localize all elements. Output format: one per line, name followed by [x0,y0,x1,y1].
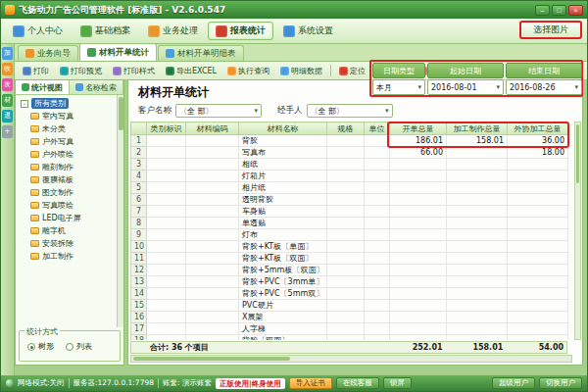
sidebar-tab-name-search[interactable]: 名称检索 [70,80,123,94]
quick-receive-button[interactable]: 收 [2,63,13,75]
tree-item[interactable]: 覆膜裱板 [19,173,115,186]
handler-select[interactable]: 〈全 部〉 [307,104,393,118]
horizontal-scrollbar-thumb[interactable] [133,357,290,361]
grid-row[interactable]: 8单透贴 [131,218,568,229]
grid-row[interactable]: 6透明背胶 [131,194,568,206]
column-header[interactable]: 类别标识 [147,122,186,135]
tab-material-detail[interactable]: 材料开单明细表 [158,45,244,61]
menu-item-archives[interactable]: 基础档案 [73,22,138,40]
lock-screen-button[interactable]: 锁屏 [383,377,412,389]
horizontal-scrollbar[interactable] [130,355,572,363]
import-cert-button[interactable]: 导入证书 [289,377,332,389]
toolbar-label: 打印 [33,66,49,76]
grid-row[interactable]: 15PVC硬片 [131,300,568,312]
vertical-scrollbar[interactable] [574,122,581,340]
tree-item[interactable]: 未分类 [19,122,115,135]
grid-row[interactable]: 4灯箱片 [131,171,568,182]
tab-wizard[interactable]: 业务向导 [18,45,78,61]
customer-select[interactable]: 〈全 部〉 [175,104,262,118]
menu-item-personal[interactable]: 个人中心 [5,22,71,40]
grid-row[interactable]: 17人字梯 [131,323,568,335]
toolbar-label: 定位 [350,66,366,76]
tab-material-stat[interactable]: 材料开单统计 [79,43,157,61]
column-header[interactable]: 单位 [365,122,390,135]
sidebar-tab-stat-view[interactable]: 统计视图 [16,80,70,94]
run-query-button[interactable]: 执行查询 [222,64,274,78]
status-divider [69,378,70,388]
grid-row[interactable]: 18背胶〔双面〕 [131,335,568,341]
export-excel-button[interactable]: 导出EXCEL [161,64,221,78]
online-support-button[interactable]: 在线客服 [336,377,379,389]
grid-row[interactable]: 13背胶+PVC〔3mm单〕 [131,276,568,288]
grid-row[interactable]: 9灯布 [131,229,568,241]
end-date-input[interactable]: 2016-08-26 [506,79,582,95]
grid-row[interactable]: 3相纸 [131,159,568,171]
tree-item[interactable]: 室内写真 [19,110,115,122]
print-style-button[interactable]: 打印样式 [108,64,160,78]
date-type-select[interactable]: 本月 [372,79,425,95]
tree-scrollbar[interactable] [117,95,123,327]
row-number: 16 [131,312,147,323]
tree-item[interactable]: 户外喷绘 [19,148,115,161]
grid-row[interactable]: 5相片纸 [131,182,568,194]
quick-plus-button[interactable]: + [2,125,13,138]
menu-item-reports[interactable]: 报表统计 [208,22,273,40]
collapse-icon[interactable]: - [21,100,28,108]
grid-row[interactable]: 10背胶+KT板〔单面〕 [131,241,568,253]
grid-cell [147,171,186,182]
detail-data-button[interactable]: 明细数据 [275,64,327,78]
select-image-button[interactable]: 选择图片 [519,21,582,39]
grid-cell [390,159,447,171]
column-header[interactable]: 材料编码 [186,122,239,135]
tree-root-label: 所有类别 [31,98,69,109]
grid-row[interactable]: 2写真布66.0018.00 [131,147,568,159]
start-date-input[interactable]: 2016-08-01 [427,79,504,95]
grid-cell [508,159,568,171]
tree-item[interactable]: LED电子屏 [19,212,115,224]
quick-add-button[interactable]: 加 [2,47,13,60]
tree-root[interactable]: -所有类别 [19,97,115,110]
grid-cell [390,171,447,182]
quick-material-button[interactable]: 材 [2,94,13,107]
menu-item-business[interactable]: 业务处理 [140,22,206,40]
print-button[interactable]: 打印 [18,64,54,78]
menu-item-label: 报表统计 [230,24,266,37]
sidebar-tab-label: 名称检索 [85,82,117,93]
column-header[interactable]: 外协加工总量 [508,122,568,135]
grid-row[interactable]: 7车身贴 [131,206,568,218]
tree-item[interactable]: 安装拆除 [19,237,115,250]
menu-item-settings[interactable]: 系统设置 [275,22,341,40]
close-button[interactable]: × [568,5,583,16]
locate-button[interactable]: 定位 [334,64,370,78]
column-header[interactable]: 材料名称 [239,122,327,135]
tree-item[interactable]: 写真喷绘 [19,199,115,212]
grid-row[interactable]: 11背胶+KT板〔双面〕 [131,253,568,265]
column-header[interactable]: 加工制作总量 [447,122,508,135]
vertical-scrollbar-thumb[interactable] [576,124,579,183]
super-user-button[interactable]: 超级用户 [492,377,535,389]
tree-item[interactable]: 雕字机 [19,224,115,237]
switch-user-button[interactable]: 切换用户 [539,377,582,389]
minimize-button[interactable]: – [535,5,550,16]
grid-row[interactable]: 16X展架 [131,312,568,323]
stat-mode-option[interactable]: 列表 [66,341,92,352]
tree-item[interactable]: 雕刻制作 [19,161,115,173]
grid-cell [390,335,447,341]
grid-row[interactable]: 12背胶+5mm板〔双面〕 [131,265,568,276]
grid-row[interactable]: 1背胶186.01158.0136.00 [131,135,568,147]
quick-back-button[interactable]: 退 [2,110,13,122]
tree-scrollbar-thumb[interactable] [119,97,123,130]
column-header[interactable]: 开单总量 [390,122,447,135]
grid-cell [186,241,239,253]
stat-mode-option[interactable]: 树形 [27,341,54,352]
tree-item[interactable]: 户外写真 [19,135,115,148]
quick-send-button[interactable]: 发 [2,78,13,91]
maximize-button[interactable]: □ [552,5,566,16]
handler-filter: 经手人 〈全 部〉 [277,104,393,118]
column-header[interactable]: 规格 [327,122,365,135]
print-preview-button[interactable]: 打印预览 [55,64,107,78]
grid-row[interactable]: 14背胶+PVC〔5mm双〕 [131,288,568,300]
tree-item[interactable]: 加工制作 [19,250,115,263]
tree-item[interactable]: 图文制作 [19,186,115,199]
grid-cell [447,300,508,312]
